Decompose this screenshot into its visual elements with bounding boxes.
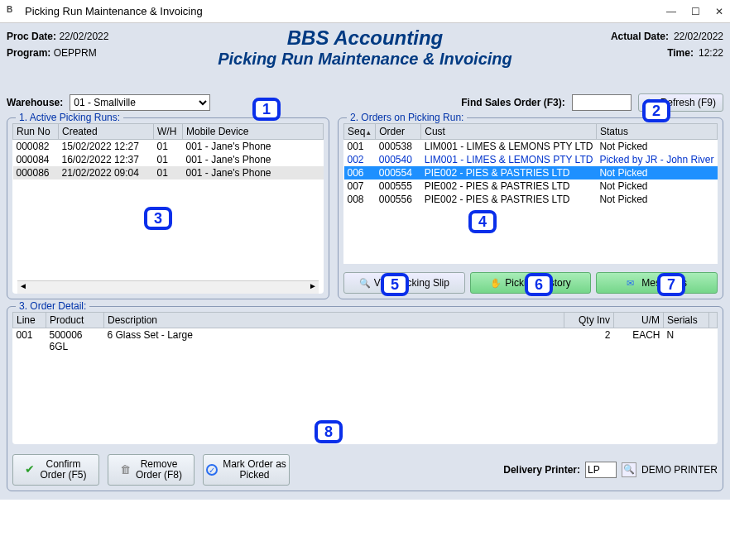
col-description[interactable]: Description: [104, 313, 564, 328]
col-cust[interactable]: Cust: [421, 124, 597, 140]
search-icon: [623, 463, 635, 475]
orders-on-picking-run-panel: 2. Orders on Picking Run: Seq▲ Order Cus…: [338, 117, 723, 299]
orders-table[interactable]: Seq▲ Order Cust Status 001000538LIM001 -…: [343, 123, 718, 206]
messages-button[interactable]: Messages: [596, 272, 718, 294]
delivery-printer-input[interactable]: [585, 462, 617, 478]
active-picking-runs-panel: 1. Active Picking Runs: Run No Created W…: [7, 117, 329, 299]
table-row[interactable]: 002000540LIM001 - LIMES & LEMONS PTY LTD…: [344, 153, 718, 166]
picking-runs-table[interactable]: Run No Created W/H Mobile Device 0000821…: [12, 123, 324, 179]
mail-icon: [627, 277, 638, 289]
col-run-no[interactable]: Run No: [13, 124, 59, 140]
panel3-title: 3. Order Detail:: [16, 300, 89, 312]
proc-date-label: Proc Date:: [7, 31, 56, 42]
col-order[interactable]: Order: [376, 124, 421, 140]
col-status[interactable]: Status: [596, 124, 717, 140]
order-detail-panel: 3. Order Detail: Line Product Descriptio…: [7, 306, 723, 491]
delivery-printer-label: Delivery Printer:: [503, 464, 580, 476]
table-row[interactable]: 008000556PIE002 - PIES & PASTRIES LTDNot…: [344, 193, 718, 206]
app-icon: [7, 5, 20, 18]
close-button[interactable]: ✕: [715, 6, 723, 17]
horizontal-scrollbar[interactable]: [17, 280, 319, 294]
time-label: Time:: [667, 47, 694, 59]
refresh-label: Refresh (F9): [660, 97, 716, 108]
col-mobile-device[interactable]: Mobile Device: [183, 124, 324, 140]
col-created[interactable]: Created: [59, 124, 154, 140]
printer-lookup-button[interactable]: [622, 462, 636, 477]
panel1-title: 1. Active Picking Runs:: [16, 112, 123, 123]
window-title: Picking Run Maintenance & Invoicing: [25, 5, 666, 17]
proc-date-value: 22/02/2022: [59, 31, 108, 42]
table-row[interactable]: 007000555PIE002 - PIES & PASTRIES LTDNot…: [344, 179, 718, 193]
col-line[interactable]: Line: [13, 313, 46, 328]
confirm-order-button[interactable]: Confirm Order (F5): [12, 454, 99, 486]
program-label: Program:: [7, 47, 50, 59]
col-qty-inv[interactable]: Qty Inv: [564, 313, 614, 328]
actual-date-value: 22/02/2022: [674, 31, 723, 42]
find-sales-order-input[interactable]: [572, 94, 632, 111]
find-sales-order-label: Find Sales Order (F3):: [461, 97, 564, 108]
col-wh[interactable]: W/H: [154, 124, 183, 140]
panel2-title: 2. Orders on Picking Run:: [347, 112, 467, 123]
time-value: 12:22: [699, 47, 723, 59]
table-row[interactable]: 00008416/02/2022 12:3701001 - Jane's Pho…: [13, 153, 324, 166]
hand-icon: [490, 277, 502, 289]
warehouse-select[interactable]: 01 - Smallville: [70, 94, 210, 111]
table-row[interactable]: 006000554PIE002 - PIES & PASTRIES LTDNot…: [344, 166, 718, 179]
view-picking-slip-button[interactable]: View Picking Slip: [343, 272, 465, 294]
refresh-icon: [646, 97, 657, 108]
col-serials[interactable]: Serials: [664, 313, 709, 328]
order-detail-table[interactable]: Line Product Description Qty Inv U/M Ser…: [12, 312, 718, 353]
warehouse-label: Warehouse:: [7, 97, 63, 108]
refresh-button[interactable]: Refresh (F9): [638, 93, 723, 112]
trash-icon: [120, 464, 131, 476]
actual-date-label: Actual Date:: [611, 31, 669, 42]
maximize-button[interactable]: ☐: [691, 6, 700, 17]
col-seq[interactable]: Seq▲: [344, 124, 376, 140]
table-row[interactable]: 001000538LIM001 - LIMES & LEMONS PTY LTD…: [344, 140, 718, 154]
minimize-button[interactable]: —: [666, 6, 676, 17]
check-icon: [25, 464, 35, 476]
program-value: OEPPRM: [54, 47, 97, 59]
table-row[interactable]: 00008621/02/2022 09:0401001 - Jane's Pho…: [13, 166, 324, 179]
remove-order-button[interactable]: Remove Order (F8): [108, 454, 195, 486]
picking-history-button[interactable]: Picking History: [470, 272, 592, 294]
table-row[interactable]: 00008215/02/2022 12:2701001 - Jane's Pho…: [13, 140, 324, 154]
check-circle-icon: [206, 464, 218, 476]
search-icon: [359, 277, 371, 289]
title-bar: Picking Run Maintenance & Invoicing — ☐ …: [0, 0, 730, 23]
mark-order-picked-button[interactable]: Mark Order as Picked: [203, 454, 290, 486]
col-product[interactable]: Product: [46, 313, 104, 328]
delivery-printer-desc: DEMO PRINTER: [641, 464, 718, 476]
table-row[interactable]: 001500006 6GL6 Glass Set - Large2EACHN: [13, 328, 718, 354]
col-um[interactable]: U/M: [614, 313, 664, 328]
